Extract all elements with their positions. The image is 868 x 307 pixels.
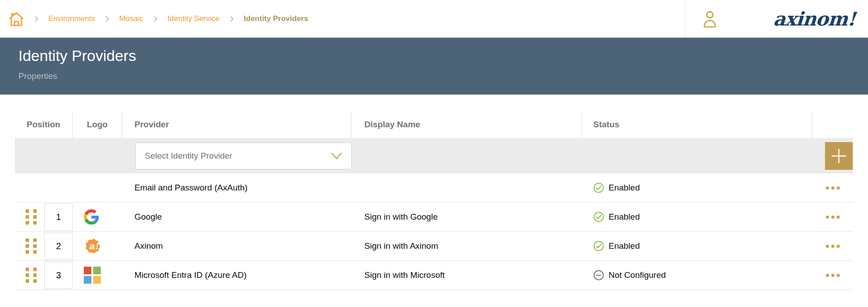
status-enabled-icon bbox=[593, 212, 604, 222]
position-box: 2 bbox=[44, 233, 73, 260]
provider-name: Axinom bbox=[122, 232, 351, 260]
chevron-right-icon bbox=[228, 15, 235, 22]
position-box: 1 bbox=[44, 203, 73, 231]
breadcrumb-identity-service[interactable]: Identity Service bbox=[168, 14, 220, 23]
column-header-display-name: Display Name bbox=[351, 111, 582, 138]
drag-handle-icon[interactable] bbox=[26, 209, 37, 225]
top-bar-right: axinom! bbox=[685, 0, 868, 38]
chevron-right-icon bbox=[104, 15, 111, 22]
position-box: 3 bbox=[44, 262, 73, 289]
status-not-configured-icon bbox=[593, 270, 604, 281]
axinom-logo: axinom! bbox=[773, 8, 856, 30]
axinom-provider-logo-icon: a! bbox=[84, 237, 102, 255]
table-row: 2 a! Axinom Sign in with Axin bbox=[15, 232, 853, 261]
table-row: 1 Google Sign in with Google En bbox=[15, 203, 853, 232]
display-name bbox=[351, 173, 582, 202]
google-logo-icon bbox=[84, 209, 99, 225]
plus-icon bbox=[830, 147, 847, 164]
page-title: Identity Providers bbox=[18, 47, 868, 65]
provider-name: Email and Password (AxAuth) bbox=[122, 173, 351, 202]
select-placeholder: Select Identity Provider bbox=[145, 151, 232, 161]
providers-table: Position Logo Provider Display Name Stat… bbox=[0, 95, 868, 290]
status-label: Enabled bbox=[609, 212, 640, 222]
drag-handle-icon[interactable] bbox=[26, 238, 37, 254]
table-row: 3 Microsoft Entra ID (Azure AD) Sign in … bbox=[15, 261, 853, 290]
column-header-provider: Provider bbox=[122, 111, 351, 138]
add-provider-row: Select Identity Provider bbox=[15, 138, 853, 173]
identity-providers-page: Environments Mosaic Identity Service Ide… bbox=[0, 0, 868, 307]
table-row: Email and Password (AxAuth) Enabled bbox=[15, 173, 853, 203]
top-bar: Environments Mosaic Identity Service Ide… bbox=[0, 0, 868, 38]
row-menu-button[interactable] bbox=[824, 183, 842, 193]
page-subtitle: Properties bbox=[18, 71, 868, 81]
display-name: Sign in with Axinom bbox=[351, 232, 582, 260]
display-name: Sign in with Google bbox=[351, 203, 582, 231]
status-label: Enabled bbox=[609, 183, 640, 193]
breadcrumb-identity-providers: Identity Providers bbox=[244, 14, 308, 23]
svg-text:a!: a! bbox=[89, 241, 99, 251]
breadcrumb-environments[interactable]: Environments bbox=[48, 14, 95, 23]
column-header-position: Position bbox=[15, 111, 73, 138]
status-label: Not Configured bbox=[609, 270, 666, 280]
status-enabled-icon bbox=[593, 182, 604, 193]
column-header-actions bbox=[812, 111, 853, 138]
row-menu-button[interactable] bbox=[824, 212, 842, 222]
column-header-logo: Logo bbox=[73, 111, 122, 138]
chevron-right-icon bbox=[33, 15, 40, 22]
status-label: Enabled bbox=[609, 241, 640, 251]
home-icon[interactable] bbox=[9, 11, 24, 27]
drag-handle-icon[interactable] bbox=[26, 268, 37, 283]
add-provider-button[interactable] bbox=[825, 142, 853, 170]
status-enabled-icon bbox=[593, 241, 604, 251]
microsoft-logo-icon bbox=[84, 267, 101, 284]
column-header-status: Status bbox=[582, 111, 812, 138]
display-name: Sign in with Microsoft bbox=[351, 261, 582, 290]
row-menu-button[interactable] bbox=[824, 270, 842, 281]
page-header: Identity Providers Properties bbox=[0, 38, 868, 95]
row-menu-button[interactable] bbox=[824, 241, 842, 251]
table-header-row: Position Logo Provider Display Name Stat… bbox=[15, 111, 853, 138]
breadcrumb: Environments Mosaic Identity Service Ide… bbox=[0, 0, 685, 38]
identity-provider-select[interactable]: Select Identity Provider bbox=[135, 143, 352, 169]
chevron-right-icon bbox=[152, 15, 159, 22]
user-profile-icon[interactable] bbox=[702, 9, 718, 29]
provider-name: Google bbox=[122, 203, 351, 231]
chevron-down-icon bbox=[331, 152, 342, 160]
breadcrumb-mosaic[interactable]: Mosaic bbox=[119, 14, 143, 23]
provider-name: Microsoft Entra ID (Azure AD) bbox=[122, 261, 351, 290]
